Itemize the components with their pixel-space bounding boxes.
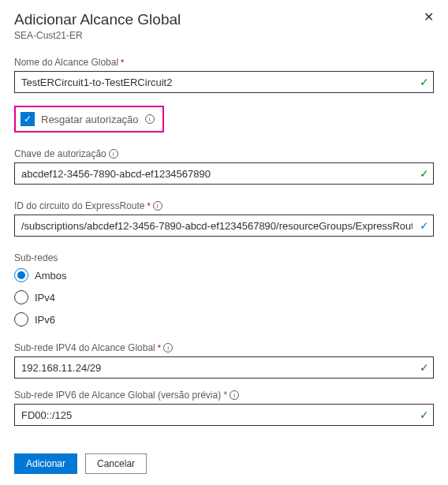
subnets-label: Sub-redes — [14, 252, 434, 263]
circuit-id-label: ID do circuito do ExpressRoute* i — [14, 200, 434, 211]
info-icon[interactable]: i — [163, 343, 173, 353]
info-icon[interactable]: i — [153, 201, 162, 211]
radio-icon — [14, 268, 28, 282]
subnets-option-both[interactable]: Ambos — [14, 268, 434, 282]
name-input[interactable] — [14, 71, 434, 93]
auth-key-input[interactable] — [14, 162, 434, 185]
dialog-subtitle: SEA-Cust21-ER — [14, 30, 181, 41]
radio-icon — [14, 290, 28, 304]
info-icon[interactable]: i — [145, 114, 155, 124]
dialog-title: Adicionar Alcance Global — [14, 11, 181, 28]
circuit-id-input[interactable] — [14, 215, 434, 237]
redeem-auth-highlight: ✓ Resgatar autorização i — [14, 106, 164, 132]
cancel-button[interactable]: Cancelar — [85, 453, 147, 474]
ipv4-subnet-input[interactable] — [14, 356, 434, 379]
ipv6-subnet-input[interactable] — [14, 404, 434, 426]
ipv6-subnet-label: Sub-rede IPV6 de Alcance Global (versão … — [14, 390, 434, 401]
redeem-auth-checkbox[interactable]: ✓ — [21, 112, 35, 126]
subnets-option-ipv4[interactable]: IPv4 — [14, 290, 434, 304]
info-icon[interactable]: i — [230, 390, 239, 400]
auth-key-label: Chave de autorização i — [14, 148, 434, 159]
info-icon[interactable]: i — [109, 149, 118, 159]
subnets-option-ipv6[interactable]: IPv6 — [14, 312, 434, 326]
name-label: Nome do Alcance Global* — [14, 57, 434, 68]
add-button[interactable]: Adicionar — [14, 453, 77, 474]
redeem-auth-label: Resgatar autorização — [41, 114, 139, 125]
ipv4-subnet-label: Sub-rede IPV4 do Alcance Global* i — [14, 342, 434, 353]
close-button[interactable]: ✕ — [424, 11, 434, 24]
radio-icon — [14, 312, 28, 326]
